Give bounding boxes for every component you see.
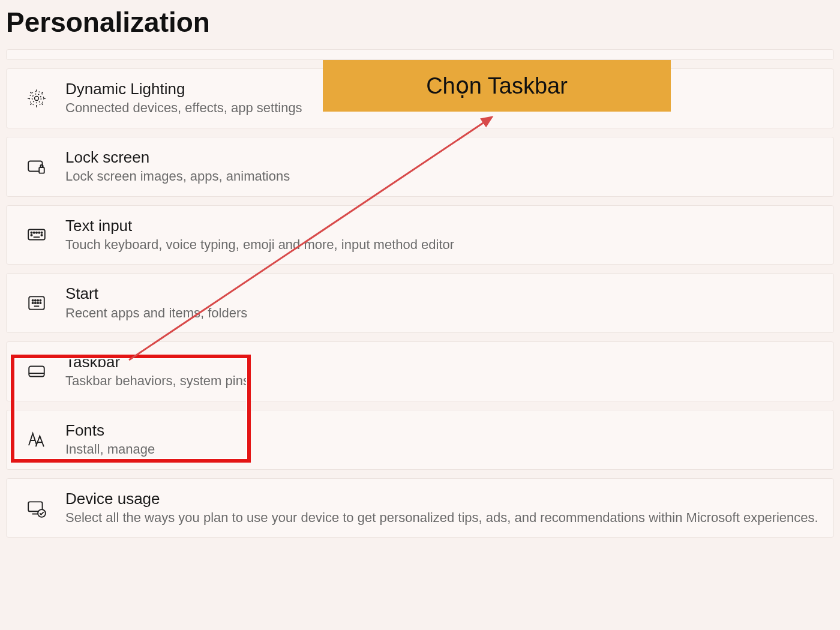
item-desc: Recent apps and items, folders bbox=[65, 305, 820, 322]
list-top-edge bbox=[6, 49, 834, 60]
start-icon bbox=[25, 291, 49, 315]
svg-rect-22 bbox=[29, 297, 44, 310]
svg-rect-12 bbox=[39, 167, 44, 173]
taskbar-icon bbox=[25, 359, 49, 383]
settings-item-device-usage[interactable]: Device usage Select all the ways you pla… bbox=[6, 478, 834, 538]
svg-point-16 bbox=[36, 232, 37, 233]
settings-item-lock-screen[interactable]: Lock screen Lock screen images, apps, an… bbox=[6, 137, 834, 197]
item-desc: Touch keyboard, voice typing, emoji and … bbox=[65, 236, 820, 254]
svg-point-29 bbox=[37, 302, 38, 304]
settings-item-taskbar[interactable]: Taskbar Taskbar behaviors, system pins bbox=[6, 341, 834, 401]
svg-point-27 bbox=[32, 302, 34, 304]
device-usage-icon bbox=[25, 496, 49, 520]
item-title: Text input bbox=[65, 217, 820, 235]
svg-point-18 bbox=[41, 232, 42, 233]
svg-point-24 bbox=[35, 300, 36, 301]
svg-point-17 bbox=[38, 232, 40, 233]
fonts-icon bbox=[25, 428, 49, 452]
svg-point-26 bbox=[40, 300, 41, 301]
item-title: Fonts bbox=[65, 421, 820, 440]
item-title: Lock screen bbox=[65, 148, 820, 167]
svg-point-23 bbox=[32, 300, 34, 301]
page-title: Personalization bbox=[0, 0, 840, 49]
settings-item-text-input[interactable]: Text input Touch keyboard, voice typing,… bbox=[6, 205, 834, 265]
svg-point-0 bbox=[35, 96, 39, 100]
item-desc: Taskbar behaviors, system pins bbox=[65, 373, 820, 390]
svg-point-1 bbox=[32, 94, 41, 103]
svg-line-7 bbox=[30, 92, 31, 93]
annotation-callout: Chọn Taskbar bbox=[323, 60, 671, 112]
svg-point-14 bbox=[31, 232, 32, 233]
settings-item-fonts[interactable]: Fonts Install, manage bbox=[6, 410, 834, 470]
settings-list: Dynamic Lighting Connected devices, effe… bbox=[0, 49, 840, 538]
item-desc: Lock screen images, apps, animations bbox=[65, 168, 820, 185]
svg-line-9 bbox=[30, 103, 31, 104]
dynamic-lighting-icon bbox=[25, 86, 49, 110]
item-desc: Install, manage bbox=[65, 441, 820, 458]
item-title: Taskbar bbox=[65, 353, 820, 371]
svg-point-19 bbox=[31, 235, 32, 236]
item-title: Device usage bbox=[65, 490, 820, 508]
item-desc: Select all the ways you plan to use your… bbox=[65, 509, 820, 527]
svg-rect-32 bbox=[29, 367, 44, 377]
svg-point-30 bbox=[40, 302, 41, 304]
settings-item-start[interactable]: Start Recent apps and items, folders bbox=[6, 273, 834, 333]
lock-screen-icon bbox=[25, 155, 49, 179]
keyboard-icon bbox=[25, 223, 49, 247]
item-title: Start bbox=[65, 284, 820, 303]
svg-point-15 bbox=[34, 232, 35, 233]
svg-point-28 bbox=[35, 302, 36, 304]
svg-line-8 bbox=[42, 103, 43, 104]
svg-line-10 bbox=[42, 92, 43, 93]
svg-point-25 bbox=[37, 300, 38, 301]
svg-point-20 bbox=[41, 235, 42, 236]
